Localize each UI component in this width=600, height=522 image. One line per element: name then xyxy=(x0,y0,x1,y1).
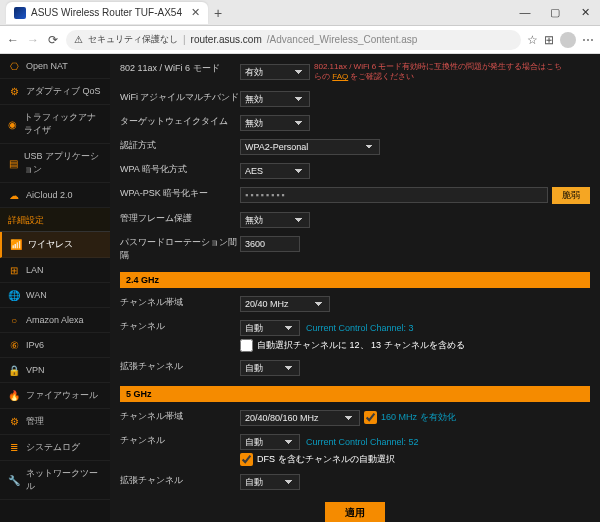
menu-icon[interactable]: ⋯ xyxy=(582,33,594,47)
main-content: 802 11ax / WiFi 6 モード 有効 802.11ax / WiFi… xyxy=(110,54,600,522)
sidebar-item-icon: ☁ xyxy=(8,189,20,201)
sidebar-item-label: IPv6 xyxy=(26,340,44,350)
wpa-encryption-label: WPA 暗号化方式 xyxy=(120,163,240,176)
apply-button[interactable]: 適用 xyxy=(325,502,385,522)
sidebar-item-icon: 🔧 xyxy=(8,474,20,486)
sidebar-item-label: AiCloud 2.0 xyxy=(26,190,73,200)
sidebar-item-label: ファイアウォール xyxy=(26,389,98,402)
profile-avatar[interactable] xyxy=(560,32,576,48)
b5-current-channel: Current Control Channel: 52 xyxy=(306,437,419,447)
sidebar-item-label: USB アプリケーション xyxy=(24,150,102,176)
sidebar: ⎔Open NAT⚙アダプティブ QoS◉トラフィックアナライザ▤USB アプリ… xyxy=(0,54,110,522)
agile-multiband-label: WiFi アジャイルマルチバンド xyxy=(120,91,240,104)
sidebar-item[interactable]: 📶ワイヤレス xyxy=(0,232,110,258)
sidebar-item[interactable]: ☁AiCloud 2.0 xyxy=(0,183,110,208)
sidebar-item[interactable]: 🔒VPN xyxy=(0,358,110,383)
sidebar-item-icon: ▤ xyxy=(8,157,18,169)
security-warning-icon: ⚠ xyxy=(74,34,83,45)
sidebar-item[interactable]: 🔧ネットワークツール xyxy=(0,461,110,500)
favicon xyxy=(14,7,26,19)
b5-dfs-auto-checkbox[interactable] xyxy=(240,453,253,466)
sidebar-item-label: ワイヤレス xyxy=(28,238,73,251)
mgmt-frame-protect-label: 管理フレーム保護 xyxy=(120,212,240,225)
new-tab-button[interactable]: + xyxy=(214,5,222,21)
b5-channel-select[interactable]: 自動 xyxy=(240,434,300,450)
b24-channel-label: チャンネル xyxy=(120,320,240,333)
target-wake-time-select[interactable]: 無効 xyxy=(240,115,310,131)
sidebar-item-label: システムログ xyxy=(26,441,80,454)
sidebar-section-header: 詳細設定 xyxy=(0,208,110,232)
b5-channel-label: チャンネル xyxy=(120,434,240,447)
b24-channel-select[interactable]: 自動 xyxy=(240,320,300,336)
close-window-icon[interactable]: ✕ xyxy=(570,6,600,19)
sidebar-item-icon: ⚙ xyxy=(8,416,20,428)
sidebar-item[interactable]: ≣システムログ xyxy=(0,435,110,461)
address-bar: ← → ⟳ ⚠ セキュリティ保護なし | router.asus.com/Adv… xyxy=(0,26,600,54)
sidebar-item-icon: ⎔ xyxy=(8,60,20,72)
sidebar-item[interactable]: ⚙アダプティブ QoS xyxy=(0,79,110,105)
key-strength-badge[interactable]: 脆弱 xyxy=(552,187,590,204)
wpa-encryption-select[interactable]: AES xyxy=(240,163,310,179)
close-tab-icon[interactable]: ✕ xyxy=(191,6,200,19)
b24-include-1213-checkbox[interactable] xyxy=(240,339,253,352)
sidebar-item-icon: 🔥 xyxy=(8,390,20,402)
b5-ext-channel-select[interactable]: 自動 xyxy=(240,474,300,490)
faq-link[interactable]: FAQ xyxy=(332,72,348,81)
sidebar-item-label: トラフィックアナライザ xyxy=(24,111,102,137)
browser-tab[interactable]: ASUS Wireless Router TUF-AX54 ✕ xyxy=(6,2,208,24)
b24-ext-channel-label: 拡張チャンネル xyxy=(120,360,240,373)
sidebar-item[interactable]: ⑥IPv6 xyxy=(0,333,110,358)
sidebar-item[interactable]: ⚙管理 xyxy=(0,409,110,435)
wpa-psk-key-label: WPA-PSK 暗号化キー xyxy=(120,187,240,200)
b24-bandwidth-select[interactable]: 20/40 MHz xyxy=(240,296,330,312)
sidebar-item-label: Open NAT xyxy=(26,61,68,71)
minimize-icon[interactable]: — xyxy=(510,6,540,19)
sidebar-item-label: LAN xyxy=(26,265,44,275)
b5-enable-160mhz-label[interactable]: 160 MHz を有効化 xyxy=(364,411,456,424)
extensions-icon[interactable]: ⊞ xyxy=(544,33,554,47)
sidebar-item[interactable]: ⎔Open NAT xyxy=(0,54,110,79)
agile-multiband-select[interactable]: 無効 xyxy=(240,91,310,107)
wpa-psk-key-input[interactable]: ▪▪▪▪▪▪▪▪ xyxy=(240,187,548,203)
b24-ext-channel-select[interactable]: 自動 xyxy=(240,360,300,376)
password-rotation-input[interactable] xyxy=(240,236,300,252)
sidebar-item-icon: ⚙ xyxy=(8,86,20,98)
sidebar-item-icon: ⑥ xyxy=(8,339,20,351)
maximize-icon[interactable]: ▢ xyxy=(540,6,570,19)
b24-include-1213-label[interactable]: 自動選択チャンネルに 12、 13 チャンネルを含める xyxy=(240,339,465,352)
sidebar-item-label: 管理 xyxy=(26,415,44,428)
sidebar-item[interactable]: 🔥ファイアウォール xyxy=(0,383,110,409)
b5-bandwidth-select[interactable]: 20/40/80/160 MHz xyxy=(240,410,360,426)
sidebar-item-label: ネットワークツール xyxy=(26,467,102,493)
sidebar-item-label: VPN xyxy=(26,365,45,375)
b5-bandwidth-label: チャンネル帯域 xyxy=(120,410,240,423)
sidebar-item-label: アダプティブ QoS xyxy=(26,85,101,98)
auth-method-label: 認証方式 xyxy=(120,139,240,152)
b5-dfs-auto-label[interactable]: DFS を含むチャンネルの自動選択 xyxy=(240,453,395,466)
favorite-icon[interactable]: ☆ xyxy=(527,33,538,47)
reload-icon[interactable]: ⟳ xyxy=(46,33,60,47)
sidebar-item[interactable]: 🌐WAN xyxy=(0,283,110,308)
forward-icon[interactable]: → xyxy=(26,33,40,47)
b24-bandwidth-label: チャンネル帯域 xyxy=(120,296,240,309)
sidebar-item-icon: ⊞ xyxy=(8,264,20,276)
url-path: /Advanced_Wireless_Content.asp xyxy=(267,34,418,45)
wifi6-note: 802.11ax / WiFi 6 モード有効時に互換性の問題が発生する場合はこ… xyxy=(314,62,564,83)
sidebar-item-label: WAN xyxy=(26,290,47,300)
password-rotation-label: パスワードローテーション間隔 xyxy=(120,236,240,262)
sidebar-item-icon: 📶 xyxy=(10,239,22,251)
back-icon[interactable]: ← xyxy=(6,33,20,47)
b5-enable-160mhz-checkbox[interactable] xyxy=(364,411,377,424)
mgmt-frame-protect-select[interactable]: 無効 xyxy=(240,212,310,228)
sidebar-item-icon: 🌐 xyxy=(8,289,20,301)
sidebar-item[interactable]: ▤USB アプリケーション xyxy=(0,144,110,183)
wifi6-mode-select[interactable]: 有効 xyxy=(240,64,310,80)
sidebar-item[interactable]: ○Amazon Alexa xyxy=(0,308,110,333)
url-input[interactable]: ⚠ セキュリティ保護なし | router.asus.com/Advanced_… xyxy=(66,30,521,50)
auth-method-select[interactable]: WPA2-Personal xyxy=(240,139,380,155)
band-24ghz-header: 2.4 GHz xyxy=(120,272,590,288)
sidebar-item-icon: ≣ xyxy=(8,442,20,454)
sidebar-item[interactable]: ⊞LAN xyxy=(0,258,110,283)
sidebar-item[interactable]: ◉トラフィックアナライザ xyxy=(0,105,110,144)
band-5ghz-header: 5 GHz xyxy=(120,386,590,402)
